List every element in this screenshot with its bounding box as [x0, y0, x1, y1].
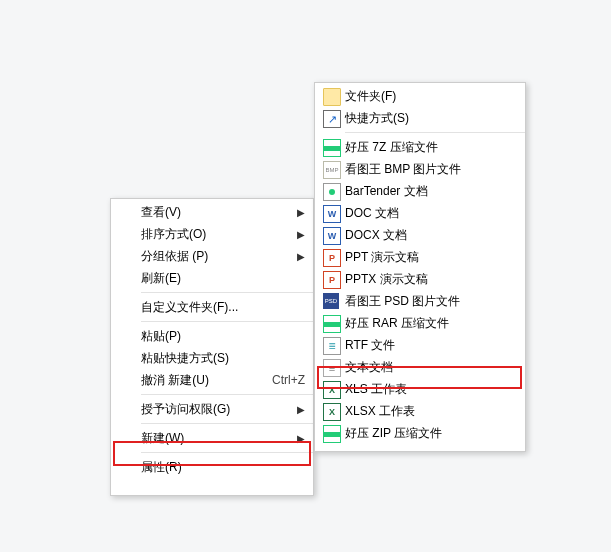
- menu-item-label: 分组依据 (P): [141, 248, 289, 265]
- menu-item-menu2-item-5[interactable]: BarTender 文档: [315, 180, 525, 202]
- menu-separator: [141, 292, 313, 293]
- menu-item-label: XLSX 工作表: [345, 403, 517, 420]
- menu-item-menu1-item-8[interactable]: 粘贴快捷方式(S): [111, 347, 313, 369]
- menu-item-menu1-item-7[interactable]: 粘贴(P): [111, 325, 313, 347]
- menu-item-label: 快捷方式(S): [345, 110, 517, 127]
- ppt-icon: [323, 249, 341, 267]
- menu-item-shortcut: Ctrl+Z: [272, 373, 305, 387]
- menu-item-label: XLS 工作表: [345, 381, 517, 398]
- menu-item-label: RTF 文件: [345, 337, 517, 354]
- menu-item-menu2-item-3[interactable]: 好压 7Z 压缩文件: [315, 136, 525, 158]
- menu-item-label: 好压 ZIP 压缩文件: [345, 425, 517, 442]
- bmp-icon: BMP: [323, 161, 341, 179]
- submenu-arrow-icon: ▶: [295, 433, 305, 444]
- menu-separator: [141, 452, 313, 453]
- txt-icon: [323, 359, 341, 377]
- submenu-arrow-icon: ▶: [295, 251, 305, 262]
- archive-icon: [323, 139, 341, 157]
- menu-item-menu2-item-11[interactable]: 好压 RAR 压缩文件: [315, 312, 525, 334]
- context-menu-primary: 查看(V)▶排序方式(O)▶分组依据 (P)▶刷新(E)自定义文件夹(F)...…: [110, 198, 314, 496]
- menu-item-menu1-item-0[interactable]: 查看(V)▶: [111, 201, 313, 223]
- menu-item-label: 撤消 新建(U): [141, 372, 260, 389]
- xlsx-icon: [323, 403, 341, 421]
- menu-item-menu1-item-1[interactable]: 排序方式(O)▶: [111, 223, 313, 245]
- docx-icon: [323, 227, 341, 245]
- menu-item-label: 看图王 PSD 图片文件: [345, 293, 517, 310]
- menu-item-label: PPTX 演示文稿: [345, 271, 517, 288]
- menu-item-menu2-item-8[interactable]: PPT 演示文稿: [315, 246, 525, 268]
- menu-item-menu2-item-10[interactable]: PSD看图王 PSD 图片文件: [315, 290, 525, 312]
- menu-item-label: 粘贴(P): [141, 328, 305, 345]
- menu-item-label: 粘贴快捷方式(S): [141, 350, 305, 367]
- folder-icon: [323, 88, 341, 106]
- menu-item-label: 查看(V): [141, 204, 289, 221]
- menu-item-label: 好压 7Z 压缩文件: [345, 139, 517, 156]
- menu-item-menu1-item-2[interactable]: 分组依据 (P)▶: [111, 245, 313, 267]
- menu-item-label: 文件夹(F): [345, 88, 517, 105]
- menu-item-label: 好压 RAR 压缩文件: [345, 315, 517, 332]
- submenu-arrow-icon: ▶: [295, 404, 305, 415]
- menu-item-menu2-item-14[interactable]: XLS 工作表: [315, 378, 525, 400]
- menu-item-new[interactable]: 新建(W)▶: [111, 427, 313, 449]
- menu-item-menu2-item-16[interactable]: 好压 ZIP 压缩文件: [315, 422, 525, 444]
- menu-item-menu2-item-7[interactable]: DOCX 文档: [315, 224, 525, 246]
- menu-item-label: DOCX 文档: [345, 227, 517, 244]
- menu-item-label: 授予访问权限(G): [141, 401, 289, 418]
- menu-item-menu2-item-15[interactable]: XLSX 工作表: [315, 400, 525, 422]
- menu-item-menu2-item-1[interactable]: 快捷方式(S): [315, 107, 525, 129]
- menu-item-label: 看图王 BMP 图片文件: [345, 161, 517, 178]
- menu-item-menu2-item-4[interactable]: BMP看图王 BMP 图片文件: [315, 158, 525, 180]
- submenu-arrow-icon: ▶: [295, 207, 305, 218]
- archive-icon: [323, 315, 341, 333]
- menu-item-label: PPT 演示文稿: [345, 249, 517, 266]
- menu-item-label: 自定义文件夹(F)...: [141, 299, 305, 316]
- menu-item-label: 属性(R): [141, 459, 305, 476]
- psd-icon: PSD: [323, 293, 339, 309]
- archive-icon: [323, 425, 341, 443]
- menu-item-menu1-item-15[interactable]: 属性(R): [111, 456, 313, 478]
- menu-separator: [141, 423, 313, 424]
- menu-item-menu2-item-12[interactable]: RTF 文件: [315, 334, 525, 356]
- rtf-icon: [323, 337, 341, 355]
- menu-item-label: 文本文档: [345, 359, 517, 376]
- xls-icon: [323, 381, 341, 399]
- menu-item-menu1-item-9[interactable]: 撤消 新建(U)Ctrl+Z: [111, 369, 313, 391]
- shortcut-icon: [323, 110, 341, 128]
- menu-item-label: DOC 文档: [345, 205, 517, 222]
- menu-item-menu2-item-6[interactable]: DOC 文档: [315, 202, 525, 224]
- menu-item-label: 刷新(E): [141, 270, 305, 287]
- menu-item-menu2-item-0[interactable]: 文件夹(F): [315, 85, 525, 107]
- submenu-arrow-icon: ▶: [295, 229, 305, 240]
- menu-item-menu2-item-9[interactable]: PPTX 演示文稿: [315, 268, 525, 290]
- menu-separator: [141, 394, 313, 395]
- menu-separator: [345, 132, 525, 133]
- context-menu-new-submenu: 文件夹(F)快捷方式(S)好压 7Z 压缩文件BMP看图王 BMP 图片文件Ba…: [314, 82, 526, 452]
- pptx-icon: [323, 271, 341, 289]
- menu-item-text-doc[interactable]: 文本文档: [315, 356, 525, 378]
- menu-item-label: 新建(W): [141, 430, 289, 447]
- menu-item-label: BarTender 文档: [345, 183, 517, 200]
- btw-icon: [323, 183, 341, 201]
- menu-item-menu1-item-5[interactable]: 自定义文件夹(F)...: [111, 296, 313, 318]
- doc-icon: [323, 205, 341, 223]
- menu-item-label: 排序方式(O): [141, 226, 289, 243]
- menu-item-menu1-item-11[interactable]: 授予访问权限(G)▶: [111, 398, 313, 420]
- menu-item-menu1-item-3[interactable]: 刷新(E): [111, 267, 313, 289]
- menu-separator: [141, 321, 313, 322]
